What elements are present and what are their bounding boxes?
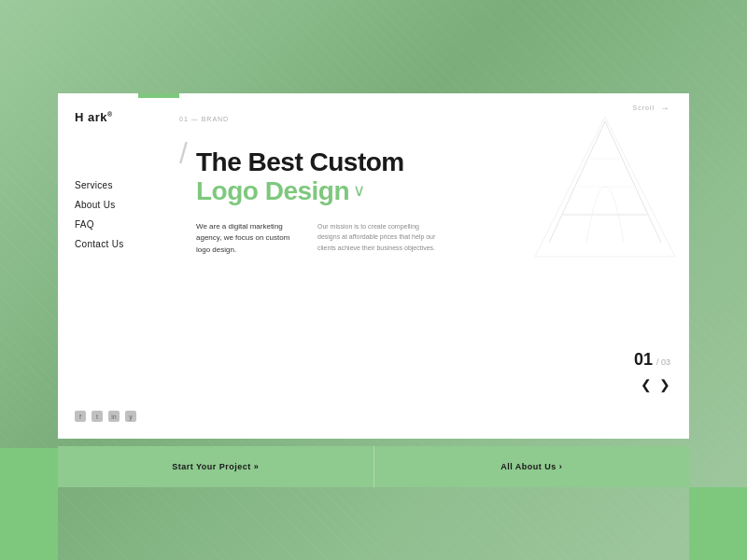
chevron-down-icon[interactable]: ∨ xyxy=(353,182,365,201)
sidebar: H ark® Services About Us FAQ Contact Us … xyxy=(58,93,161,439)
page-current: 01 xyxy=(634,350,653,370)
linkedin-icon[interactable]: in xyxy=(108,411,120,422)
cta-start-project[interactable]: Start Your Project » xyxy=(58,446,374,487)
main-card: H ark® Services About Us FAQ Contact Us … xyxy=(58,93,689,439)
nav-item-faq[interactable]: FAQ xyxy=(75,219,161,230)
next-arrow-icon[interactable]: ❯ xyxy=(659,377,670,392)
corner-block-bottom-left xyxy=(0,448,58,560)
page-total: / 03 xyxy=(656,357,670,367)
youtube-icon[interactable]: y xyxy=(125,411,136,422)
card-top-accent xyxy=(138,93,179,98)
pagination-block: 01 / 03 ❮ ❯ xyxy=(634,350,670,392)
twitter-icon[interactable]: t xyxy=(92,411,103,422)
cta-all-about-us[interactable]: All About Us › xyxy=(374,446,690,487)
content-area: Scroll → 01 — BRAND / The Best Custom Lo… xyxy=(161,93,689,439)
nav-item-services[interactable]: Services xyxy=(75,180,161,190)
logo-sup: ® xyxy=(107,111,113,118)
svg-line-0 xyxy=(549,121,605,243)
facebook-icon[interactable]: f xyxy=(75,411,86,422)
logo: H ark® xyxy=(75,110,161,124)
corner-block-bottom-right xyxy=(689,487,747,560)
svg-line-1 xyxy=(605,121,661,243)
nav-item-contact[interactable]: Contact Us xyxy=(75,239,161,249)
desc-right: Our mission is to create compelling desi… xyxy=(317,221,439,257)
desc-left: We are a digital marketing agency, we fo… xyxy=(196,221,299,257)
page-separator: / xyxy=(656,357,659,367)
slash-accent: / xyxy=(179,138,188,168)
page-total-num: 03 xyxy=(661,357,670,367)
nav-item-about[interactable]: About Us xyxy=(75,200,161,210)
cta-bar: Start Your Project » All About Us › xyxy=(58,446,689,487)
nav-menu: Services About Us FAQ Contact Us xyxy=(75,180,161,249)
triangle-sketch-icon xyxy=(530,112,680,261)
social-icons: f t in y xyxy=(75,411,136,422)
headline-green-text: Logo Design xyxy=(196,177,349,206)
prev-arrow-icon[interactable]: ❮ xyxy=(641,377,652,392)
pagination-arrows: ❮ ❯ xyxy=(641,377,670,392)
